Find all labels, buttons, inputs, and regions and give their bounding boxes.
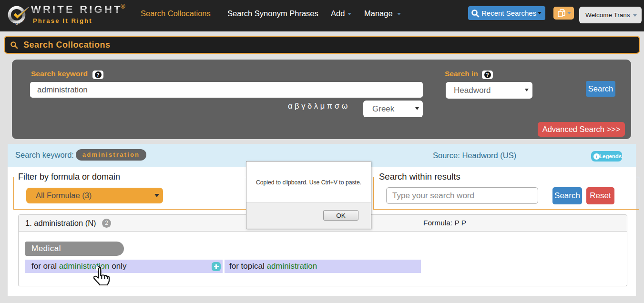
svg-text:OC89: OC89 [15,18,24,26]
svg-text:i: i [596,154,597,159]
